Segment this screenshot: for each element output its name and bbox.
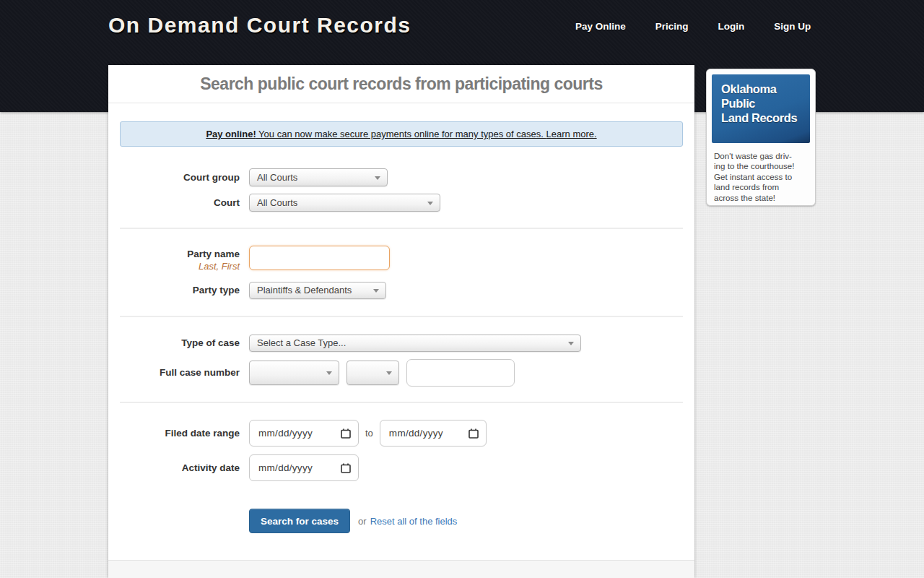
case-type-select[interactable]: Select a Case Type... [249, 335, 581, 352]
party-type-row: Party type Plaintiffs & Defendants [108, 282, 694, 299]
pay-online-banner-link[interactable]: Pay online! You can now make secure paym… [120, 121, 683, 147]
ad-title-line: Oklahoma [721, 82, 810, 97]
party-name-input[interactable] [249, 246, 390, 270]
case-type-value: Select a Case Type... [257, 337, 346, 348]
search-card: Search public court records from partici… [108, 65, 694, 578]
court-group-row: Court group All Courts [108, 168, 694, 186]
case-number-input[interactable] [406, 359, 515, 387]
nav-pricing[interactable]: Pricing [655, 21, 689, 32]
submit-row: Search for cases or Reset all of the fie… [108, 509, 694, 533]
chevron-down-icon [568, 342, 574, 345]
calendar-icon[interactable] [341, 463, 351, 473]
ad-title-line: Public [721, 97, 810, 111]
reset-fields-link[interactable]: Reset all of the fields [370, 516, 458, 527]
case-type-row: Type of case Select a Case Type... [108, 335, 694, 352]
ad-description: Don't waste gas driv- ing to the courtho… [712, 151, 810, 203]
party-type-label: Party type [108, 282, 240, 299]
page-title: Search public court records from partici… [108, 65, 694, 103]
chevron-down-icon [373, 289, 379, 293]
date-placeholder: mm/dd/yyyy [389, 428, 468, 439]
chevron-down-icon [375, 176, 380, 180]
chevron-down-icon [427, 202, 433, 205]
activity-date-input[interactable]: mm/dd/yyyy [249, 454, 359, 481]
court-label: Court [108, 194, 240, 212]
court-group-label: Court group [108, 168, 240, 186]
filed-date-from-input[interactable]: mm/dd/yyyy [249, 420, 359, 447]
court-select[interactable]: All Courts [249, 194, 440, 212]
filed-date-row: Filed date range mm/dd/yyyy to mm/dd/yyy… [108, 420, 694, 447]
party-name-row: Party nameLast, First [108, 246, 694, 272]
chevron-down-icon [326, 371, 332, 375]
case-number-year-select[interactable] [346, 361, 399, 385]
court-row: Court All Courts [108, 194, 694, 212]
banner-learn-more-link[interactable]: Learn more. [546, 129, 597, 139]
date-placeholder: mm/dd/yyyy [258, 428, 341, 439]
nav-pay-online[interactable]: Pay Online [575, 21, 626, 32]
section-divider [120, 316, 683, 317]
land-records-ad-image[interactable]: Oklahoma Public Land Records [712, 74, 810, 143]
section-divider [120, 228, 683, 229]
search-for-cases-button[interactable]: Search for cases [249, 509, 350, 533]
ad-title-line: Land Records [721, 111, 810, 126]
case-number-type-select[interactable] [249, 361, 339, 385]
chevron-down-icon [386, 371, 392, 375]
court-value: All Courts [257, 197, 297, 208]
party-type-value: Plaintiffs & Defendants [257, 285, 352, 296]
party-name-label: Party nameLast, First [108, 246, 240, 272]
land-records-ad[interactable]: Oklahoma Public Land Records Don't waste… [706, 69, 816, 206]
section-divider [120, 402, 683, 403]
calendar-icon[interactable] [341, 428, 351, 439]
case-number-label: Full case number [108, 359, 240, 387]
banner-bold-text: Pay online! [206, 129, 256, 139]
banner-text: You can now make secure payments online … [256, 129, 546, 139]
party-type-select[interactable]: Plaintiffs & Defendants [249, 282, 386, 299]
calendar-icon[interactable] [468, 428, 479, 439]
date-range-separator: to [365, 428, 373, 439]
or-text: or [358, 516, 367, 527]
date-placeholder: mm/dd/yyyy [258, 462, 341, 473]
court-group-value: All Courts [257, 172, 297, 183]
case-type-label: Type of case [108, 335, 240, 352]
activity-date-label: Activity date [108, 454, 240, 481]
main-nav: Pay Online Pricing Login Sign Up [575, 21, 811, 32]
filed-date-to-input[interactable]: mm/dd/yyyy [380, 420, 487, 447]
case-number-row: Full case number [108, 359, 694, 387]
nav-login[interactable]: Login [718, 21, 745, 32]
card-footer-strip [108, 560, 694, 578]
filed-date-label: Filed date range [108, 420, 240, 447]
activity-date-row: Activity date mm/dd/yyyy [108, 454, 694, 481]
court-group-select[interactable]: All Courts [249, 168, 388, 186]
party-name-hint: Last, First [108, 261, 240, 272]
site-logo[interactable]: On Demand Court Records [108, 13, 411, 38]
nav-sign-up[interactable]: Sign Up [774, 21, 811, 32]
